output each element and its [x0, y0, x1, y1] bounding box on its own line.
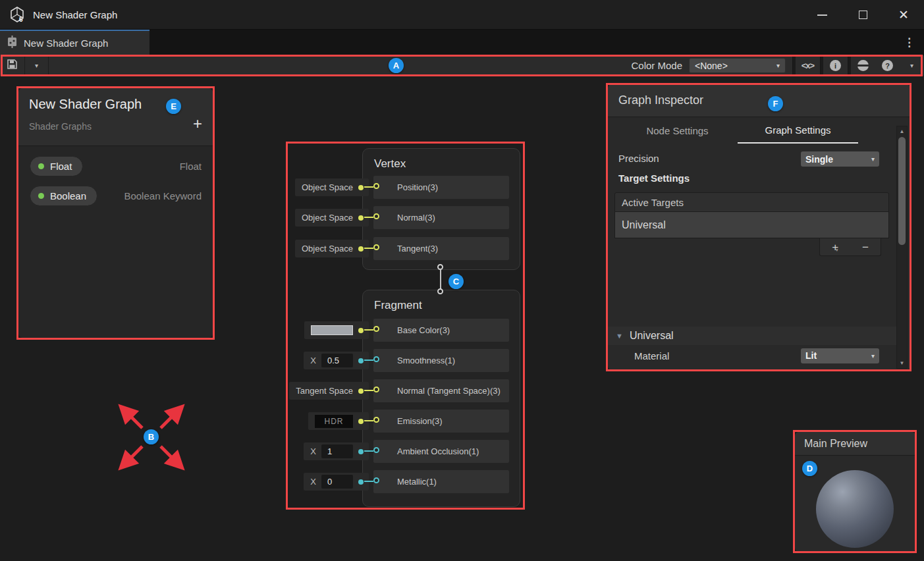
chevron-down-icon: ▾ [836, 248, 838, 253]
callout-badge-a: A [389, 58, 404, 73]
tab-new-shader-graph[interactable]: New Shader Graph [0, 30, 149, 55]
input-port-icon[interactable] [373, 326, 379, 332]
callout-badge-c: C [448, 274, 464, 289]
help-button[interactable]: ? [875, 55, 900, 76]
graph-inspector-title: Graph Inspector [608, 84, 910, 117]
save-options-dropdown[interactable]: ▾ [25, 55, 49, 76]
target-item-universal[interactable]: Universal [614, 212, 889, 238]
port-row-ambient-occlusion: X 1 Ambient Occlusion(1) [293, 440, 509, 463]
property-row-float: Float Float [18, 153, 213, 178]
float-field: X 0.5 [304, 352, 369, 369]
preview-sphere-icon [857, 60, 869, 71]
close-button[interactable]: ✕ [883, 0, 924, 30]
callout-badge-d: D [802, 461, 817, 476]
foldout-arrow-icon: ▼ [616, 332, 623, 340]
tab-strip: New Shader Graph ⋮ [0, 30, 924, 55]
material-dropdown[interactable]: Lit ▾ [801, 348, 879, 363]
hdr-color-field[interactable]: HDR [308, 412, 369, 430]
blackboard-toggle-button[interactable]: <x> [796, 55, 820, 76]
input-port-icon[interactable] [373, 213, 379, 219]
property-name: Float [50, 161, 72, 172]
port-label: Emission(3) [373, 410, 509, 433]
x-axis-label: X [310, 446, 316, 456]
allow-material-override-label: Allow Material Override [634, 370, 736, 371]
info-icon: i [830, 60, 841, 71]
port-label: Normal(3) [373, 206, 509, 229]
input-port-icon[interactable] [373, 387, 379, 392]
close-icon: ✕ [898, 9, 909, 21]
input-port-icon[interactable] [373, 356, 379, 362]
foldout-label: Universal [630, 330, 674, 342]
value-input[interactable]: 1 [321, 444, 353, 458]
connector-dot-icon [358, 479, 364, 485]
svg-text:6: 6 [19, 16, 23, 23]
edge-line [440, 269, 441, 289]
hdr-badge: HDR [315, 415, 353, 428]
input-port-icon[interactable] [373, 183, 379, 189]
color-mode-value: <None> [695, 61, 776, 71]
space-selector[interactable]: Object Space [295, 178, 369, 196]
property-type: Boolean Keyword [124, 190, 202, 201]
input-port-icon[interactable] [373, 447, 379, 453]
precision-dropdown[interactable]: Single ▾ [801, 151, 879, 167]
value-input[interactable]: 0.5 [321, 354, 353, 367]
input-port-icon[interactable] [373, 244, 379, 250]
space-selector[interactable]: Object Space [295, 209, 369, 227]
minimize-button[interactable] [802, 0, 842, 30]
preview-sphere[interactable] [816, 470, 894, 548]
tab-node-settings[interactable]: Node Settings [617, 117, 738, 144]
window-controls: ✕ [802, 0, 924, 30]
callout-badge-f: F [768, 96, 783, 111]
shader-graph-asset-icon [7, 36, 18, 51]
target-settings-label: Target Settings [618, 173, 690, 184]
inspector-scrollbar[interactable]: ▲ ▼ [896, 126, 908, 369]
blackboard-header: New Shader Graph Shader Graphs + [18, 88, 213, 146]
save-asset-button[interactable] [0, 55, 25, 76]
connector-dot-icon [358, 215, 364, 221]
port-row-normal-tangent: Tangent Space Normal (Tangent Space)(3) [293, 379, 509, 402]
titlebar: 6 New Shader Graph ✕ [0, 0, 924, 30]
tab-menu-kebab-icon[interactable]: ⋮ [904, 30, 915, 55]
tab-graph-settings[interactable]: Graph Settings [738, 117, 858, 144]
input-port-icon[interactable] [373, 477, 379, 483]
port-row-position: Object Space Position(3) [293, 176, 509, 199]
property-pill-boolean[interactable]: Boolean [30, 186, 97, 206]
connector-dot-icon [358, 388, 364, 394]
space-selector[interactable]: Object Space [295, 240, 369, 257]
inspector-tabs: Node Settings Graph Settings [608, 117, 910, 144]
blackboard-title: New Shader Graph [29, 97, 142, 112]
color-swatch[interactable] [311, 325, 353, 335]
inspector-content: Precision Single ▾ Target Settings Activ… [608, 144, 910, 371]
precision-value: Single [805, 154, 871, 165]
color-field[interactable] [304, 321, 369, 339]
graph-inspector-toggle-button[interactable]: i [823, 55, 848, 76]
maximize-icon [859, 11, 867, 19]
vertex-node-title: Vertex [363, 149, 520, 179]
connector-dot-icon [358, 328, 364, 333]
toolbar-right-group: Color Mode <None> ▾ <x> i ? ▾ [631, 55, 924, 76]
float-field: X 0 [304, 473, 369, 491]
value-input[interactable]: 0 [321, 475, 353, 489]
float-field: X 1 [304, 442, 369, 460]
chevron-down-icon: ▾ [871, 352, 875, 360]
scrollbar-thumb[interactable] [898, 137, 906, 245]
input-port-icon[interactable] [373, 417, 379, 423]
toolbar-overflow-dropdown[interactable]: ▾ [900, 55, 924, 76]
color-mode-label: Color Mode [631, 60, 682, 71]
exposed-dot-icon [38, 163, 44, 169]
maximize-button[interactable] [842, 0, 883, 30]
port-label: Position(3) [373, 176, 509, 199]
space-selector[interactable]: Tangent Space [289, 382, 369, 400]
add-property-button[interactable]: + [193, 116, 202, 132]
color-mode-dropdown[interactable]: <None> ▾ [689, 58, 786, 73]
allow-material-override-checkbox[interactable] [801, 369, 813, 371]
connector-dot-icon [358, 185, 364, 190]
scroll-up-icon[interactable]: ▲ [897, 126, 907, 136]
remove-target-button[interactable]: − [862, 242, 869, 253]
scroll-down-icon[interactable]: ▼ [897, 358, 907, 368]
vertex-fragment-edge[interactable] [435, 264, 447, 296]
universal-foldout[interactable]: ▼ Universal [608, 327, 896, 345]
main-preview-toggle-button[interactable] [851, 55, 875, 76]
callout-badge-e: E [166, 99, 181, 114]
property-pill-float[interactable]: Float [30, 156, 83, 176]
